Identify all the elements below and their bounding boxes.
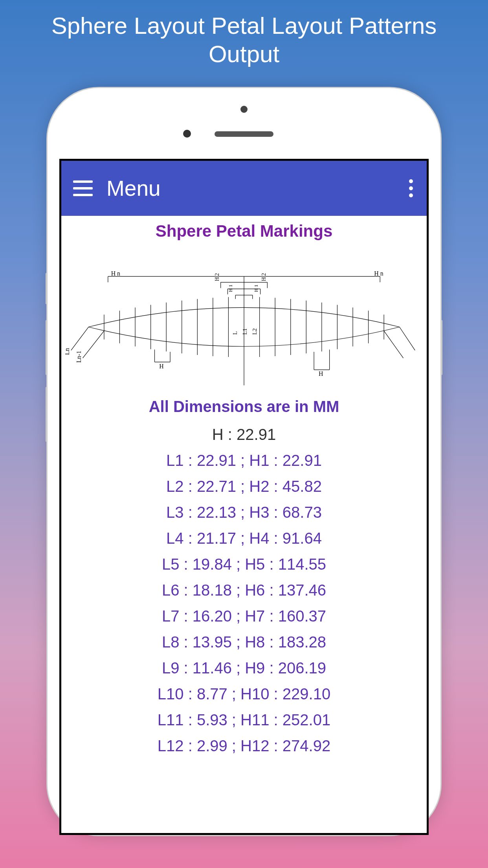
diagram-label-l2: L2 <box>251 328 258 335</box>
diagram-label-hn-right: H n <box>374 270 383 277</box>
phone-frame: Menu Shpere Petal Markings <box>48 88 440 835</box>
diagram-label-h-right: H <box>319 370 323 377</box>
phone-side-button <box>46 273 48 304</box>
promo-title: Sphere Layout Petal Layout Patterns Outp… <box>0 0 488 80</box>
dimensions-title: All Dimensions are in MM <box>61 398 427 416</box>
dimension-row: L5 : 19.84 ; H5 : 114.55 <box>61 551 427 577</box>
dimension-row: L8 : 13.95 ; H8 : 183.28 <box>61 629 427 655</box>
diagram-label-l1: L1 <box>242 328 248 335</box>
phone-side-button <box>440 320 442 375</box>
content-area: Shpere Petal Markings <box>61 216 427 833</box>
dimension-row: L4 : 21.17 ; H4 : 91.64 <box>61 525 427 551</box>
phone-side-button <box>46 320 48 375</box>
dimension-row: L3 : 22.13 ; H3 : 68.73 <box>61 499 427 525</box>
diagram-label-l: L <box>232 331 238 335</box>
dimension-row: L2 : 22.71 ; H2 : 45.82 <box>61 473 427 499</box>
phone-speaker <box>215 131 273 137</box>
svg-line-42 <box>83 331 104 358</box>
dimension-h-value: H : 22.91 <box>61 421 427 447</box>
more-options-icon[interactable] <box>409 179 413 197</box>
app-screen: Menu Shpere Petal Markings <box>59 159 429 835</box>
svg-line-41 <box>71 327 89 350</box>
diagram-label-h2-r: H 2 <box>261 273 267 281</box>
diagram-label-h1-r: H 1 <box>253 285 259 292</box>
diagram-label-hn-left: H n <box>111 270 120 277</box>
diagram-label-ln1: Ln-1 <box>75 351 82 363</box>
app-bar: Menu <box>61 161 427 216</box>
svg-line-43 <box>400 327 415 350</box>
dimension-row: L1 : 22.91 ; H1 : 22.91 <box>61 447 427 473</box>
diagram-label-h2: H 2 <box>214 273 220 281</box>
phone-sensor <box>240 106 248 113</box>
hamburger-menu-icon[interactable] <box>73 180 93 196</box>
dimension-row: L7 : 16.20 ; H7 : 160.37 <box>61 603 427 629</box>
dimension-row: L6 : 18.18 ; H6 : 137.46 <box>61 577 427 603</box>
app-bar-title: Menu <box>106 176 161 201</box>
petal-diagram: Ln Ln-1 H n H 2 H 1 H 1 H 2 L L1 L2 H n … <box>61 252 427 386</box>
content-title: Shpere Petal Markings <box>61 222 427 241</box>
dimension-row: L10 : 8.77 ; H10 : 229.10 <box>61 681 427 707</box>
dimension-row: L11 : 5.93 ; H11 : 252.01 <box>61 707 427 733</box>
diagram-label-h-left: H <box>159 363 163 370</box>
diagram-label-h1: H 1 <box>228 285 233 292</box>
svg-line-44 <box>384 331 403 358</box>
phone-camera <box>183 130 191 138</box>
dimension-row: L12 : 2.99 ; H12 : 274.92 <box>61 733 427 759</box>
phone-side-button <box>46 387 48 442</box>
diagram-label-ln: Ln <box>65 348 70 355</box>
dimension-row: L9 : 11.46 ; H9 : 206.19 <box>61 655 427 681</box>
